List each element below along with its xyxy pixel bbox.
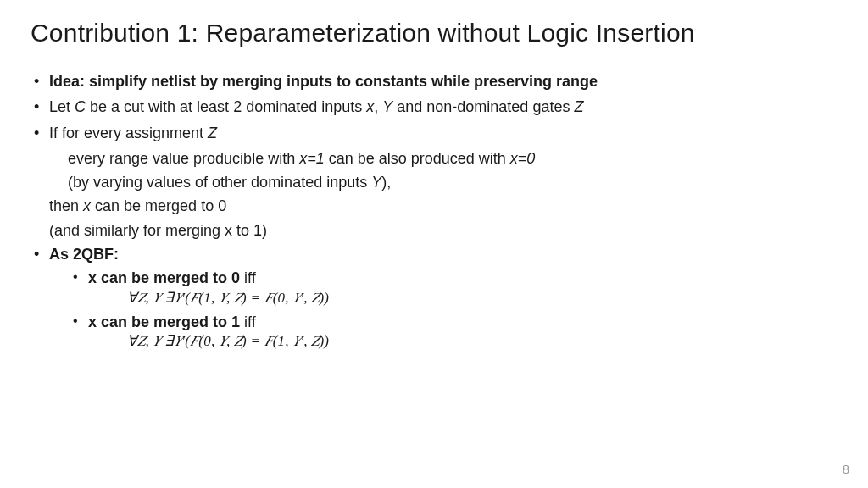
sub-merge0: x can be merged to 0 iff ∀𝑍, 𝑌 ∃𝑌′(𝐹(1, … [71,268,837,308]
var-x0: x=0 [510,150,536,167]
text: , [374,98,382,115]
slide-title: Contribution 1: Reparameterization witho… [31,19,837,47]
text: and non-dominated gates [392,98,574,115]
merge1-label: x can be merged to 1 [88,313,240,330]
var-y: Y [382,98,392,115]
line-similar: (and similarly for merging x to 1) [31,220,837,241]
text: every range value producible with [68,150,299,167]
idea-text: Idea: simplify netlist by merging inputs… [49,73,598,90]
as2qbf-text: As 2QBF: [49,246,119,263]
text: can be also produced with [325,150,510,167]
bullet-if: If for every assignment Z [31,123,837,143]
text: (by varying values of other dominated in… [68,174,371,191]
bullet-as2qbf: As 2QBF: x can be merged to 0 iff ∀𝑍, 𝑌 … [31,244,837,352]
sub-merge1: x can be merged to 1 iff ∀𝑍, 𝑌 ∃𝑌′(𝐹(0, … [71,312,837,352]
formula-merge1: ∀𝑍, 𝑌 ∃𝑌′(𝐹(0, 𝑌, 𝑍) = 𝐹(1, 𝑌′, 𝑍)) [88,332,837,352]
slide-body: Idea: simplify netlist by merging inputs… [31,71,837,352]
page-number: 8 [843,462,849,476]
var-x: x [366,98,374,115]
text: iff [240,313,256,330]
merge0-label: x can be merged to 0 [88,269,240,286]
var-y: Y [371,174,381,191]
text: iff [240,269,256,286]
var-x1: x=1 [299,150,325,167]
var-z: Z [208,125,217,141]
line-then: then x can be merged to 0 [31,196,837,216]
text: be a cut with at least 2 dominated input… [86,98,366,115]
var-c: C [75,98,86,115]
line-range: every range value producible with x=1 ca… [31,148,837,169]
text: ), [381,174,391,191]
bullet-let-c: Let C be a cut with at least 2 dominated… [31,97,837,117]
text: If for every assignment [49,125,208,141]
text: Let [49,98,75,115]
var-z: Z [574,98,583,115]
formula-merge0: ∀𝑍, 𝑌 ∃𝑌′(𝐹(1, 𝑌, 𝑍) = 𝐹(0, 𝑌′, 𝑍)) [88,289,837,308]
text: then [49,197,83,214]
line-byvary: (by varying values of other dominated in… [31,172,837,192]
bullet-idea: Idea: simplify netlist by merging inputs… [31,71,837,92]
var-x: x [83,197,91,214]
text: can be merged to 0 [91,197,226,214]
